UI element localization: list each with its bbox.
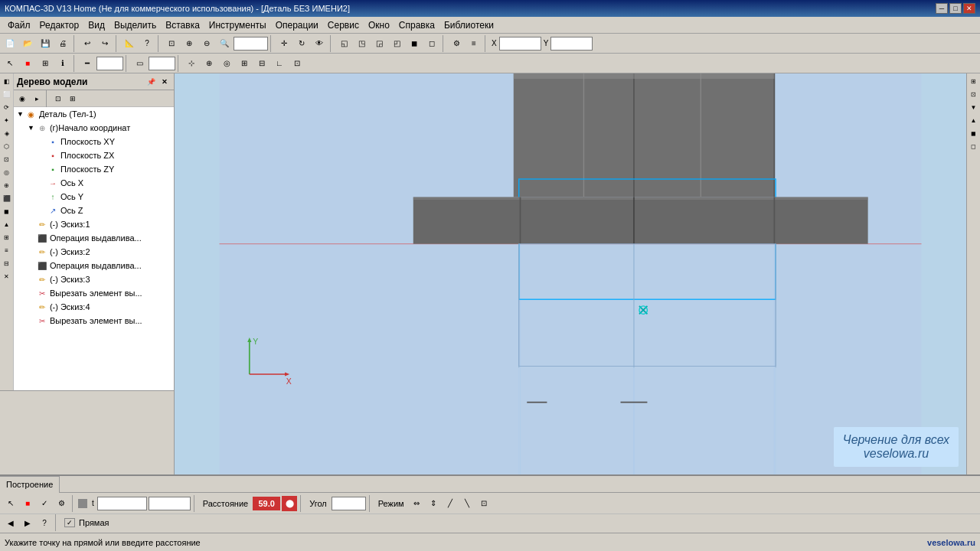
close-panel-button[interactable]: ✕ xyxy=(158,76,171,88)
move-button[interactable]: ✛ xyxy=(276,35,292,52)
nav-forward[interactable]: ▶ xyxy=(20,515,35,530)
tree-item[interactable]: ▼▪Плоскость XY xyxy=(14,135,174,148)
measure-button[interactable]: 📐 xyxy=(121,35,138,52)
tree-item[interactable]: ▼✂Вырезать элемент вы... xyxy=(14,314,174,328)
close-button[interactable]: ✕ xyxy=(963,3,975,14)
menu-service[interactable]: Сервис xyxy=(323,18,364,32)
y-coord-input[interactable]: -69.453 xyxy=(550,37,593,51)
tree-item[interactable]: ▼⬛Операция выдавлива... xyxy=(14,231,174,245)
right-icon-2[interactable]: ⊡ xyxy=(968,88,980,100)
view-button[interactable]: 👁 xyxy=(311,35,328,52)
right-icon-5[interactable]: ◼ xyxy=(968,127,980,139)
tree-item[interactable]: ▼⊕(г)Начало координат xyxy=(14,121,174,135)
cmd-cursor[interactable]: ↖ xyxy=(3,496,18,511)
menu-view[interactable]: Вид xyxy=(83,18,109,32)
right-icon-3[interactable]: ▼ xyxy=(968,101,980,113)
viewport[interactable]: Y X Черчение для всех veselowa.ru xyxy=(175,73,966,474)
right-icon-1[interactable]: ⊞ xyxy=(968,75,980,87)
3d-view-1[interactable]: ◱ xyxy=(335,35,352,52)
menu-tools[interactable]: Инструменты xyxy=(204,18,271,32)
mode-icon2[interactable]: ⇕ xyxy=(426,496,441,511)
y-bottom-input[interactable]: -69.0 xyxy=(149,497,191,510)
param-button[interactable]: ⊞ xyxy=(37,55,54,72)
cmd-check[interactable]: ✓ xyxy=(37,496,52,511)
mode-icon4[interactable]: ╲ xyxy=(459,496,475,511)
save-button[interactable]: 💾 xyxy=(37,35,54,52)
side-icon-3[interactable]: ⟳ xyxy=(1,101,13,113)
tree-btn-2[interactable]: ▸ xyxy=(30,92,44,106)
zoom-box[interactable]: 🔍 xyxy=(216,35,233,52)
straight-mode-label[interactable]: ✓ Прямая xyxy=(61,518,113,527)
tree-item[interactable]: ▼▪Плоскость ZX xyxy=(14,148,174,162)
3d-view-3[interactable]: ◲ xyxy=(371,35,387,52)
tree-item[interactable]: ▼✏(-) Эскиз:2 xyxy=(14,245,174,259)
undo-button[interactable]: ↩ xyxy=(79,35,96,52)
right-icon-4[interactable]: ▲ xyxy=(968,114,980,126)
line-weight-input[interactable]: 1.0 xyxy=(96,57,123,70)
3d-view-2[interactable]: ◳ xyxy=(353,35,370,52)
side-icon-13[interactable]: ⊞ xyxy=(1,231,13,243)
style-input[interactable]: 0 xyxy=(149,57,175,70)
side-icon-8[interactable]: ◎ xyxy=(1,166,13,178)
angle-input[interactable]: 0.0 xyxy=(332,497,366,510)
side-icon-5[interactable]: ◈ xyxy=(1,127,13,139)
tree-item[interactable]: ▼→Ось X xyxy=(14,176,174,190)
menu-select[interactable]: Выделить xyxy=(109,18,161,32)
new-button[interactable]: 📄 xyxy=(2,35,18,52)
side-icon-2[interactable]: ⬜ xyxy=(1,88,13,100)
grid-button[interactable]: ⊞ xyxy=(236,55,253,72)
zoom-out[interactable]: ⊖ xyxy=(198,35,215,52)
side-icon-15[interactable]: ⊟ xyxy=(1,257,13,269)
info-button[interactable]: ℹ xyxy=(54,55,71,72)
tree-item[interactable]: ▼✂Вырезать элемент вы... xyxy=(14,286,174,300)
shading-button[interactable]: ◼ xyxy=(406,35,423,52)
stop-button[interactable]: ■ xyxy=(19,55,36,72)
tree-btn-4[interactable]: ⊞ xyxy=(66,92,80,106)
ortho-button[interactable]: ⊟ xyxy=(253,55,270,72)
side-icon-1[interactable]: ◧ xyxy=(1,75,13,87)
mode-icon3[interactable]: ╱ xyxy=(443,496,458,511)
cmd-param[interactable]: ⚙ xyxy=(54,496,69,511)
menu-operations[interactable]: Операции xyxy=(271,18,323,32)
side-icon-7[interactable]: ⊡ xyxy=(1,153,13,165)
cursor-button[interactable]: ↖ xyxy=(2,55,18,72)
tree-item[interactable]: ▼⬛Операция выдавлива... xyxy=(14,259,174,272)
zoom-in[interactable]: ⊕ xyxy=(181,35,198,52)
tree-content[interactable]: ▼◉Деталь (Тел-1)▼⊕(г)Начало координат▼▪П… xyxy=(14,107,174,390)
redo-button[interactable]: ↪ xyxy=(96,35,113,52)
3d-view-4[interactable]: ◰ xyxy=(388,35,405,52)
menu-libraries[interactable]: Библиотеки xyxy=(439,18,498,32)
menu-file[interactable]: Файл xyxy=(3,18,35,32)
side-icon-12[interactable]: ▲ xyxy=(1,218,13,230)
side-icon-6[interactable]: ⬡ xyxy=(1,140,13,152)
side-icon-16[interactable]: ✕ xyxy=(1,270,13,282)
cmd-stop[interactable]: ■ xyxy=(20,496,35,511)
local-button[interactable]: ⊡ xyxy=(289,55,305,72)
tree-item[interactable]: ▼▪Плоскость ZY xyxy=(14,162,174,176)
snap-button1[interactable]: ⊹ xyxy=(183,55,200,72)
tree-item[interactable]: ▼↗Ось Z xyxy=(14,204,174,217)
right-icon-6[interactable]: ◻ xyxy=(968,140,980,152)
side-icon-9[interactable]: ⊕ xyxy=(1,179,13,191)
zoom-fit[interactable]: ⊡ xyxy=(163,35,180,52)
distance-toggle[interactable]: ⬤ xyxy=(282,496,297,511)
x-bottom-input[interactable]: -65.3521 xyxy=(97,497,147,510)
more-button[interactable]: ≡ xyxy=(466,35,482,52)
zoom-value-input[interactable]: 1.0 xyxy=(234,37,268,51)
tree-item[interactable]: ▼◉Деталь (Тел-1) xyxy=(14,107,174,121)
x-coord-input[interactable]: -65.352 xyxy=(499,37,541,51)
minimize-button[interactable]: ─ xyxy=(936,3,948,14)
menu-window[interactable]: Окно xyxy=(364,18,394,32)
angle-button[interactable]: ∟ xyxy=(271,55,288,72)
tree-item[interactable]: ▼✏(-) Эскиз:3 xyxy=(14,272,174,286)
tree-item[interactable]: ▼✏(-) Эскиз:1 xyxy=(14,217,174,231)
build-tab[interactable]: Построение xyxy=(0,476,60,493)
mode-icon5[interactable]: ⊡ xyxy=(476,496,492,511)
help-button[interactable]: ? xyxy=(139,35,155,52)
tree-btn-1[interactable]: ◉ xyxy=(15,92,29,106)
side-icon-4[interactable]: ✦ xyxy=(1,114,13,126)
tree-item[interactable]: ▼↑Ось Y xyxy=(14,190,174,204)
menu-insert[interactable]: Вставка xyxy=(161,18,204,32)
snap-button3[interactable]: ◎ xyxy=(218,55,235,72)
pin-button[interactable]: 📌 xyxy=(145,76,157,88)
